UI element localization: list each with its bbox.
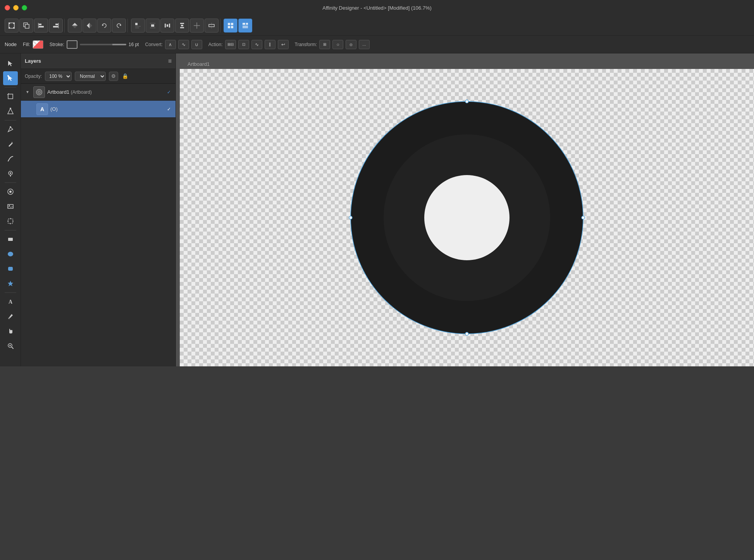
paint-tool-btn[interactable] [3,167,18,180]
svg-rect-12 [58,23,59,28]
layer-settings-btn[interactable]: ⚙ [109,72,118,81]
text-tool-btn[interactable]: A [3,295,18,309]
ring-shape [341,92,593,344]
layers-list: ▼ Artboard1 (Artboard) ✓ A (O) ✓ [21,84,176,366]
pencil-tool-btn[interactable] [3,137,18,151]
layer-lock-btn[interactable]: 🔒 [121,72,129,80]
stroke-slider[interactable] [80,44,126,45]
rect-tool-btn[interactable] [3,232,18,246]
stroke-swatch[interactable] [67,40,77,49]
layers-menu-btn[interactable]: ≡ [168,58,172,65]
o-layer-thumb: A [36,103,48,115]
close-button[interactable] [5,5,10,10]
layer-visibility-artboard[interactable]: ✓ [165,89,172,96]
opacity-dropdown[interactable]: 100 % 75 % 50 % 25 % [45,72,72,81]
align-center-btn[interactable] [146,19,160,33]
view-group [222,19,254,33]
artboard-canvas[interactable] [180,69,754,366]
grid-view-btn[interactable] [224,19,238,33]
distribute-v-btn[interactable] [175,19,189,33]
transform-tool-btn[interactable] [5,19,19,33]
transform-3-btn[interactable]: ◎ [346,40,356,49]
tool-divider-4 [5,230,16,230]
layer-item-o[interactable]: A (O) ✓ [21,101,176,118]
action-2-btn[interactable]: ⊡ [238,40,249,49]
fill-swatch[interactable] [33,40,43,49]
svg-marker-20 [119,24,121,26]
transform-1-btn[interactable]: ⊞ [319,40,330,49]
svg-rect-32 [180,27,184,28]
svg-rect-27 [165,24,166,27]
svg-rect-39 [228,26,230,28]
flag-btn[interactable] [238,19,252,33]
pen-tool-btn[interactable] [3,122,18,136]
main-toolbar [0,15,754,36]
tool-divider-1 [5,87,16,88]
action-4-btn[interactable]: ‖ [265,40,275,49]
convert-arc-btn[interactable]: ∪ [191,40,202,49]
fill-tool-btn[interactable] [3,185,18,199]
svg-rect-22 [135,26,141,27]
svg-rect-11 [53,26,59,27]
eyedropper-btn[interactable] [3,309,18,323]
brush-tool-btn[interactable] [3,152,18,166]
layer-visibility-o[interactable]: ✓ [165,106,172,113]
action-3-btn[interactable]: ∿ [251,40,262,49]
rotate-right-btn[interactable] [112,19,126,33]
action-section: Action: ⊞⊟ ⊡ ∿ ‖ ↩ [208,40,289,49]
svg-rect-25 [151,24,154,27]
transform-2-btn[interactable]: ○ [332,40,343,49]
svg-rect-40 [231,26,233,28]
distribute-h-btn[interactable] [160,19,174,33]
blend-mode-dropdown[interactable]: Normal Multiply Screen Overlay [75,72,106,81]
rounded-rect-btn[interactable] [3,262,18,276]
align-right-btn[interactable] [49,19,63,33]
canvas-area[interactable]: Artboard1 [176,53,754,366]
expand-artboard-btn[interactable]: ▼ [24,89,31,96]
hand-tool-btn[interactable] [3,324,18,338]
flip-h-btn[interactable] [83,19,96,33]
star-tool-btn[interactable] [3,277,18,290]
svg-rect-28 [167,24,168,27]
svg-rect-1 [9,22,10,24]
align-left-btn[interactable] [34,19,48,33]
align-br-btn[interactable] [190,19,204,33]
artboard-tool-btn[interactable] [3,214,18,228]
convert-smooth-btn[interactable]: ∿ [178,40,189,49]
minimize-button[interactable] [13,5,19,10]
svg-point-81 [465,332,468,335]
mode-label: Node [5,41,17,47]
image-tool-btn[interactable] [3,199,18,213]
arrange-btn[interactable] [19,19,33,33]
align-extra-btn[interactable] [205,19,219,33]
fill-section: Fill: [23,40,43,49]
svg-rect-58 [8,219,13,223]
tool-divider-3 [5,182,16,183]
svg-rect-38 [231,23,233,25]
svg-rect-24 [150,23,155,24]
transform-4-btn[interactable]: … [359,40,370,49]
align-tl-btn[interactable] [131,19,145,33]
node-tool-btn[interactable] [3,71,18,85]
svg-point-46 [7,75,9,77]
ellipse-tool-btn[interactable] [3,247,18,261]
flip-v-btn[interactable] [68,19,82,33]
svg-rect-7 [38,24,41,25]
layers-title: Layers [25,58,41,64]
action-5-btn[interactable]: ↩ [278,40,289,49]
select-tool-btn[interactable] [3,57,18,70]
align-group [129,19,220,33]
svg-point-68 [8,318,10,319]
maximize-button[interactable] [22,5,27,10]
action-1-btn[interactable]: ⊞⊟ [225,40,236,49]
rotate-left-btn[interactable] [97,19,111,33]
zoom-tool-btn[interactable] [3,339,18,353]
vector-crop-btn[interactable] [3,89,18,103]
convert-sharp-btn[interactable]: ∧ [165,40,176,49]
svg-marker-14 [72,26,77,28]
transform-label: Transform: [295,42,317,47]
layer-item-artboard[interactable]: ▼ Artboard1 (Artboard) ✓ [21,84,176,101]
tool-sidebar: A [0,53,21,366]
svg-point-64 [8,252,13,256]
corner-tool-btn[interactable] [3,104,18,118]
